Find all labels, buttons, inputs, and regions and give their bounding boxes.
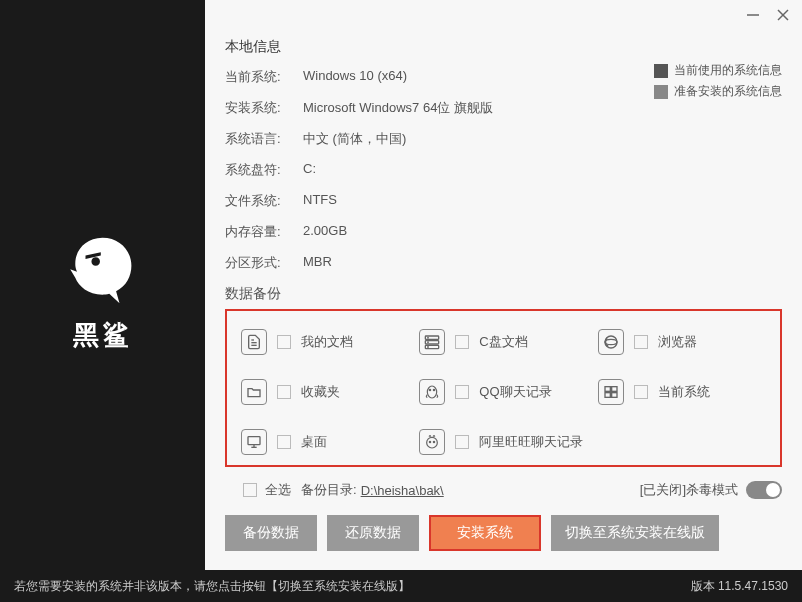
- switch-online-button[interactable]: 切换至系统安装在线版: [551, 515, 719, 551]
- titlebar: [205, 0, 802, 30]
- checkbox-browser[interactable]: [634, 335, 648, 349]
- main-panel: 本地信息 当前使用的系统信息 准备安装的系统信息 当前系统:Windows 10…: [205, 0, 802, 602]
- svg-rect-20: [611, 393, 616, 398]
- backup-item-qq: QQ聊天记录: [419, 379, 587, 405]
- legend-target: 准备安装的系统信息: [654, 83, 782, 100]
- svg-point-24: [427, 437, 438, 448]
- svg-rect-19: [605, 393, 610, 398]
- svg-point-13: [605, 339, 617, 344]
- checkbox-documents[interactable]: [277, 335, 291, 349]
- backup-item-cdrive: C盘文档: [419, 329, 587, 355]
- logo-icon: [60, 225, 145, 310]
- backup-item-documents: 我的文档: [241, 329, 409, 355]
- windows-icon: [598, 379, 624, 405]
- checkbox-select-all[interactable]: [243, 483, 257, 497]
- backup-item-desktop: 桌面: [241, 429, 409, 455]
- legend-swatch-target: [654, 85, 668, 99]
- brand-name: 黑鲨: [73, 318, 133, 353]
- server-icon: [419, 329, 445, 355]
- backup-dir: 备份目录: D:\heisha\bak\: [301, 481, 444, 499]
- backup-item-wangwang: 阿里旺旺聊天记录: [419, 429, 587, 455]
- info-row: 分区形式:MBR: [225, 254, 782, 272]
- backup-title: 数据备份: [225, 285, 782, 303]
- checkbox-wangwang[interactable]: [455, 435, 469, 449]
- select-all: 全选: [243, 481, 291, 499]
- backup-item-system: 当前系统: [598, 379, 766, 405]
- backup-item-browser: 浏览器: [598, 329, 766, 355]
- svg-point-10: [428, 342, 429, 343]
- close-button[interactable]: [776, 8, 790, 22]
- info-row: 系统语言:中文 (简体，中国): [225, 130, 782, 148]
- backup-box: 我的文档 C盘文档 浏览器 收藏夹: [225, 309, 782, 467]
- backup-button[interactable]: 备份数据: [225, 515, 317, 551]
- svg-point-14: [428, 386, 437, 398]
- local-info-section: 本地信息 当前使用的系统信息 准备安装的系统信息 当前系统:Windows 10…: [225, 38, 782, 272]
- info-row: 内存容量:2.00GB: [225, 223, 782, 241]
- svg-point-9: [428, 337, 429, 338]
- svg-point-16: [434, 389, 435, 390]
- minimize-button[interactable]: [746, 8, 760, 22]
- backup-item-favorites: 收藏夹: [241, 379, 409, 405]
- monitor-icon: [241, 429, 267, 455]
- antivirus-mode: [已关闭]杀毒模式: [640, 481, 782, 499]
- svg-point-26: [434, 441, 435, 442]
- info-title: 本地信息: [225, 38, 782, 56]
- footer: 若您需要安装的系统并非该版本，请您点击按钮【切换至系统安装在线版】 版本 11.…: [0, 570, 802, 602]
- sidebar: 黑鲨: [0, 0, 205, 602]
- svg-rect-17: [605, 387, 610, 392]
- checkbox-qq[interactable]: [455, 385, 469, 399]
- buttons-row: 备份数据 还原数据 安装系统 切换至系统安装在线版: [225, 515, 782, 551]
- restore-button[interactable]: 还原数据: [327, 515, 419, 551]
- options-row: 全选 备份目录: D:\heisha\bak\ [已关闭]杀毒模式: [225, 481, 782, 499]
- folder-icon: [241, 379, 267, 405]
- legend-swatch-current: [654, 64, 668, 78]
- ie-icon: [598, 329, 624, 355]
- info-row: 系统盘符:C:: [225, 161, 782, 179]
- qq-icon: [419, 379, 445, 405]
- footer-message: 若您需要安装的系统并非该版本，请您点击按钮【切换至系统安装在线版】: [14, 578, 691, 595]
- legend-current: 当前使用的系统信息: [654, 62, 782, 79]
- svg-rect-18: [611, 387, 616, 392]
- info-row: 文件系统:NTFS: [225, 192, 782, 210]
- checkbox-cdrive[interactable]: [455, 335, 469, 349]
- svg-point-25: [430, 441, 431, 442]
- svg-point-11: [428, 347, 429, 348]
- backup-dir-link[interactable]: D:\heisha\bak\: [361, 483, 444, 498]
- checkbox-desktop[interactable]: [277, 435, 291, 449]
- svg-point-15: [430, 389, 431, 390]
- antivirus-toggle[interactable]: [746, 481, 782, 499]
- legend: 当前使用的系统信息 准备安装的系统信息: [654, 62, 782, 104]
- document-icon: [241, 329, 267, 355]
- svg-rect-21: [248, 437, 260, 445]
- install-button[interactable]: 安装系统: [429, 515, 541, 551]
- checkbox-favorites[interactable]: [277, 385, 291, 399]
- wangwang-icon: [419, 429, 445, 455]
- footer-version: 版本 11.5.47.1530: [691, 578, 788, 595]
- checkbox-system[interactable]: [634, 385, 648, 399]
